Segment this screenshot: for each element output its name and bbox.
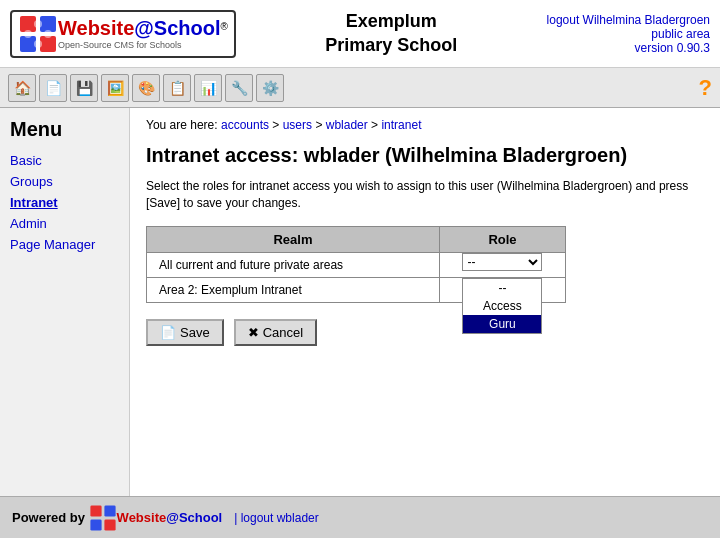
logo-at: @ [134, 17, 154, 39]
logo-text-group: Website@School® Open-Source CMS for Scho… [58, 17, 228, 50]
dropdown-option-dash[interactable]: -- [463, 279, 541, 297]
site-title: Exemplum Primary School [325, 10, 457, 57]
version-text: version 0.90.3 [635, 41, 710, 55]
description-text: Select the roles for intranet access you… [146, 178, 704, 212]
toolbar-wrench-icon[interactable]: 🔧 [225, 74, 253, 102]
footer-logo: Powered by Website@School [12, 504, 222, 532]
realm-cell-2: Area 2: Exemplum Intranet [147, 277, 440, 302]
breadcrumb-users[interactable]: users [283, 118, 312, 132]
logo-website: Website [58, 17, 134, 39]
toolbar-gear-icon[interactable]: ⚙️ [256, 74, 284, 102]
cancel-button[interactable]: ✖ Cancel [234, 319, 317, 346]
footer-logo-icon [89, 504, 117, 532]
sidebar-item-intranet[interactable]: Intranet [10, 195, 119, 210]
logo-tagline: Open-Source CMS for Schools [58, 40, 228, 50]
action-buttons: 📄 Save ✖ Cancel [146, 319, 704, 346]
footer-logo-text: Website [117, 510, 167, 525]
toolbar: 🏠 📄 💾 🖼️ 🎨 📋 📊 🔧 ⚙️ ? [0, 68, 720, 108]
svg-rect-11 [104, 519, 115, 530]
save-button[interactable]: 📄 Save [146, 319, 224, 346]
svg-point-5 [24, 30, 32, 38]
dropdown-container: -- ▼ -- Access Guru [462, 278, 542, 296]
footer-logout: | logout wblader [234, 510, 319, 525]
sidebar-item-basic[interactable]: Basic [10, 153, 119, 168]
logo-school: School [154, 17, 221, 39]
svg-rect-1 [40, 16, 56, 32]
svg-rect-10 [90, 519, 101, 530]
toolbar-palette-icon[interactable]: 🎨 [132, 74, 160, 102]
breadcrumb-wblader[interactable]: wblader [326, 118, 368, 132]
svg-rect-9 [104, 505, 115, 516]
public-area: public area [651, 27, 710, 41]
toolbar-home-icon[interactable]: 🏠 [8, 74, 36, 102]
toolbar-clipboard-icon[interactable]: 📋 [163, 74, 191, 102]
access-table: Realm Role All current and future privat… [146, 226, 566, 303]
table-row: Area 2: Exemplum Intranet -- ▼ -- Access [147, 277, 566, 302]
role-select-1[interactable]: -- Access Guru [462, 253, 542, 271]
svg-point-4 [34, 20, 42, 28]
sidebar-menu-label: Menu [10, 118, 119, 141]
cancel-icon: ✖ [248, 325, 259, 340]
header: Website@School® Open-Source CMS for Scho… [0, 0, 720, 68]
role-cell-2: -- ▼ -- Access Guru [439, 277, 565, 302]
svg-point-7 [34, 40, 42, 48]
logout-link[interactable]: logout Wilhelmina Bladergroen [547, 13, 710, 27]
toolbar-chart-icon[interactable]: 📊 [194, 74, 222, 102]
dropdown-open: -- Access Guru [462, 278, 542, 334]
logo-puzzle-icon [18, 14, 58, 54]
content-area: You are here: accounts > users > wblader… [130, 108, 720, 496]
logo-area: Website@School® Open-Source CMS for Scho… [10, 10, 236, 58]
toolbar-save-icon[interactable]: 💾 [70, 74, 98, 102]
sidebar-item-groups[interactable]: Groups [10, 174, 119, 189]
footer-logout-link[interactable]: | logout wblader [234, 511, 319, 525]
svg-point-6 [44, 30, 52, 38]
role-cell-1: -- Access Guru [439, 252, 565, 277]
logo-reg: ® [221, 21, 228, 32]
save-label: Save [180, 325, 210, 340]
breadcrumb-prefix: You are here: [146, 118, 218, 132]
sidebar: Menu Basic Groups Intranet Admin Page Ma… [0, 108, 130, 496]
col-role: Role [439, 226, 565, 252]
table-row: All current and future private areas -- … [147, 252, 566, 277]
svg-rect-8 [90, 505, 101, 516]
toolbar-doc-icon[interactable]: 📄 [39, 74, 67, 102]
breadcrumb: You are here: accounts > users > wblader… [146, 118, 704, 132]
save-icon: 📄 [160, 325, 176, 340]
dropdown-option-guru[interactable]: Guru [463, 315, 541, 333]
powered-by-text: Powered by [12, 510, 85, 525]
sidebar-item-pagemanager[interactable]: Page Manager [10, 237, 119, 252]
svg-rect-3 [40, 36, 56, 52]
svg-rect-2 [20, 36, 36, 52]
toolbar-image-icon[interactable]: 🖼️ [101, 74, 129, 102]
sidebar-item-admin[interactable]: Admin [10, 216, 119, 231]
logout-area: logout Wilhelmina Bladergroen public are… [547, 13, 710, 55]
main-layout: Menu Basic Groups Intranet Admin Page Ma… [0, 108, 720, 496]
logo-box: Website@School® Open-Source CMS for Scho… [10, 10, 236, 58]
footer: Powered by Website@School | logout wblad… [0, 496, 720, 538]
cancel-label: Cancel [263, 325, 303, 340]
help-button[interactable]: ? [699, 75, 712, 101]
breadcrumb-accounts[interactable]: accounts [221, 118, 269, 132]
realm-cell-1: All current and future private areas [147, 252, 440, 277]
dropdown-option-access[interactable]: Access [463, 297, 541, 315]
col-realm: Realm [147, 226, 440, 252]
svg-rect-0 [20, 16, 36, 32]
breadcrumb-intranet[interactable]: intranet [381, 118, 421, 132]
page-title: Intranet access: wblader (Wilhelmina Bla… [146, 142, 704, 168]
